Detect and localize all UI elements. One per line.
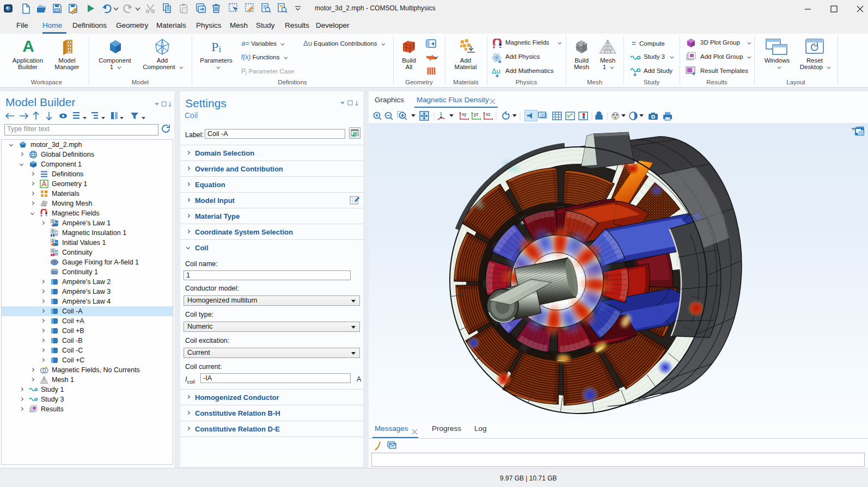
svg-text:Pi: Pi bbox=[211, 40, 221, 54]
svg-text:A: A bbox=[22, 38, 34, 55]
svg-text:yz: yz bbox=[474, 112, 479, 117]
svg-text:Δu: Δu bbox=[492, 67, 500, 75]
svg-text:xy: xy bbox=[462, 112, 467, 117]
svg-text:xz: xz bbox=[486, 112, 491, 117]
